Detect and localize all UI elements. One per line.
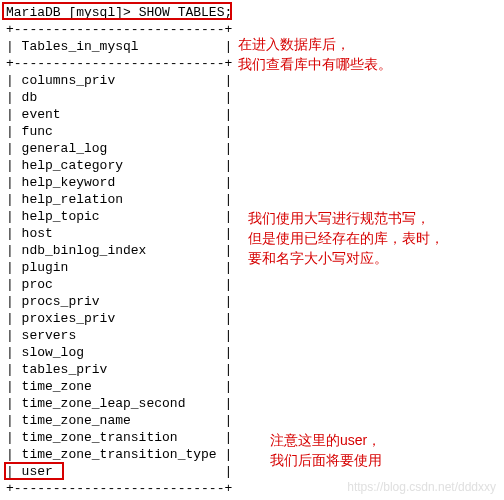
annotation-bot-2: 我们后面将要使用 <box>270 450 382 470</box>
table-row: | tables_priv | <box>6 361 498 378</box>
table-row: | proc | <box>6 276 498 293</box>
table-row: | help_keyword | <box>6 174 498 191</box>
shell-prompt: MariaDB [mysql]> <box>6 5 131 20</box>
annotation-top-2: 我们查看库中有哪些表。 <box>238 54 392 74</box>
table-row: | slow_log | <box>6 344 498 361</box>
table-row: | help_category | <box>6 157 498 174</box>
table-row: | time_zone_leap_second | <box>6 395 498 412</box>
sql-prompt-line: MariaDB [mysql]> SHOW TABLES; <box>6 4 498 21</box>
table-row: | procs_priv | <box>6 293 498 310</box>
sql-command: SHOW TABLES; <box>139 5 233 20</box>
table-row: | columns_priv | <box>6 72 498 89</box>
table-body: | columns_priv || db || event || func ||… <box>6 72 498 480</box>
annotation-bot-1: 注意这里的user， <box>270 430 381 450</box>
table-row: | user | <box>6 463 498 480</box>
table-row: | time_zone_name | <box>6 412 498 429</box>
table-row: | time_zone_transition | <box>6 429 498 446</box>
table-row: | time_zone | <box>6 378 498 395</box>
table-row: | general_log | <box>6 140 498 157</box>
annotation-top-1: 在进入数据库后， <box>238 34 350 54</box>
table-row: | event | <box>6 106 498 123</box>
table-row: | func | <box>6 123 498 140</box>
annotation-mid-1: 我们使用大写进行规范书写， <box>248 208 430 228</box>
table-row: | db | <box>6 89 498 106</box>
annotation-mid-3: 要和名字大小写对应。 <box>248 248 388 268</box>
annotation-mid-2: 但是使用已经存在的库，表时， <box>248 228 444 248</box>
table-row: | servers | <box>6 327 498 344</box>
watermark: https://blog.csdn.net/dddxxy <box>347 479 496 496</box>
table-row: | time_zone_transition_type | <box>6 446 498 463</box>
table-row: | proxies_priv | <box>6 310 498 327</box>
table-row: | help_relation | <box>6 191 498 208</box>
